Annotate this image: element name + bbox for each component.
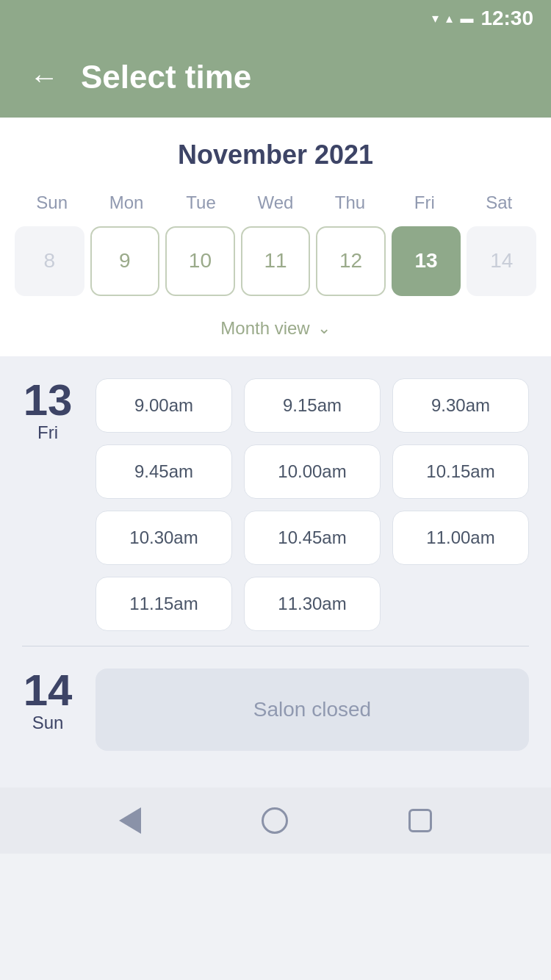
day-14-number-block: 14 Sun xyxy=(22,669,73,733)
chevron-down-icon: ⌄ xyxy=(317,319,331,338)
weekday-sun: Sun xyxy=(15,188,89,217)
status-time: 12:30 xyxy=(480,7,533,30)
day-13[interactable]: 13 xyxy=(392,226,461,296)
month-view-toggle[interactable]: Month view ⌄ xyxy=(15,311,536,342)
timeslots-section: 13 Fri 9.00am 9.15am 9.30am 9.45am 10.00… xyxy=(0,356,551,788)
signal-icon: ▴ xyxy=(446,10,453,26)
day-10[interactable]: 10 xyxy=(165,226,235,296)
slot-1015am[interactable]: 10.15am xyxy=(392,444,529,499)
weekday-wed: Wed xyxy=(238,188,312,217)
day-14-header: 14 Sun Salon closed xyxy=(22,661,529,751)
section-divider xyxy=(22,646,529,646)
weekday-tue: Tue xyxy=(164,188,238,217)
day-13-header: 13 Fri 9.00am 9.15am 9.30am 9.45am 10.00… xyxy=(22,371,529,631)
slot-900am[interactable]: 9.00am xyxy=(96,378,232,433)
day-14[interactable]: 14 xyxy=(467,226,536,296)
day-11[interactable]: 11 xyxy=(241,226,311,296)
page-title: Select time xyxy=(81,59,251,96)
back-triangle-icon xyxy=(119,807,141,834)
weekday-row: Sun Mon Tue Wed Thu Fri Sat xyxy=(15,188,536,217)
nav-back-button[interactable] xyxy=(119,807,141,834)
slot-945am[interactable]: 9.45am xyxy=(96,444,232,499)
slot-1045am[interactable]: 10.45am xyxy=(244,511,381,565)
slot-1100am[interactable]: 11.00am xyxy=(392,511,529,565)
bottom-nav xyxy=(0,788,551,854)
calendar-section: November 2021 Sun Mon Tue Wed Thu Fri Sa… xyxy=(0,118,551,356)
slot-930am[interactable]: 9.30am xyxy=(392,378,529,433)
day-13-number-block: 13 Fri xyxy=(22,378,73,443)
salon-closed-label: Salon closed xyxy=(253,698,371,721)
nav-recents-button[interactable] xyxy=(408,809,432,832)
weekday-mon: Mon xyxy=(89,188,163,217)
nav-home-button[interactable] xyxy=(262,807,288,834)
day-12[interactable]: 12 xyxy=(316,226,386,296)
home-circle-icon xyxy=(262,807,288,834)
salon-closed-box: Salon closed xyxy=(96,669,529,751)
day-9[interactable]: 9 xyxy=(90,226,160,296)
month-year-label: November 2021 xyxy=(15,140,536,170)
status-icons: ▾ ▴ ▬ 12:30 xyxy=(432,7,533,30)
days-row: 8 9 10 11 12 13 14 xyxy=(15,226,536,296)
weekday-sat: Sat xyxy=(462,188,536,217)
slot-915am[interactable]: 9.15am xyxy=(244,378,381,433)
day-13-name: Fri xyxy=(37,422,58,443)
back-button[interactable]: ← xyxy=(29,62,59,92)
month-view-label: Month view xyxy=(220,318,309,339)
slot-1130am[interactable]: 11.30am xyxy=(244,577,381,631)
weekday-fri: Fri xyxy=(387,188,461,217)
day-13-number: 13 xyxy=(24,378,73,422)
slot-1030am[interactable]: 10.30am xyxy=(96,511,232,565)
day-14-name: Sun xyxy=(32,713,64,733)
status-bar: ▾ ▴ ▬ 12:30 xyxy=(0,0,551,37)
header: ← Select time xyxy=(0,37,551,118)
day-14-section: 14 Sun Salon closed xyxy=(22,661,529,751)
slot-1115am[interactable]: 11.15am xyxy=(96,577,232,631)
day-14-number: 14 xyxy=(24,669,73,713)
time-grid-13: 9.00am 9.15am 9.30am 9.45am 10.00am 10.1… xyxy=(96,378,529,631)
wifi-icon: ▾ xyxy=(432,10,439,26)
recents-square-icon xyxy=(408,809,432,832)
weekday-thu: Thu xyxy=(313,188,387,217)
day-13-section: 13 Fri 9.00am 9.15am 9.30am 9.45am 10.00… xyxy=(22,371,529,631)
day-8[interactable]: 8 xyxy=(15,226,84,296)
slot-1000am[interactable]: 10.00am xyxy=(244,444,381,499)
battery-icon: ▬ xyxy=(460,11,473,26)
